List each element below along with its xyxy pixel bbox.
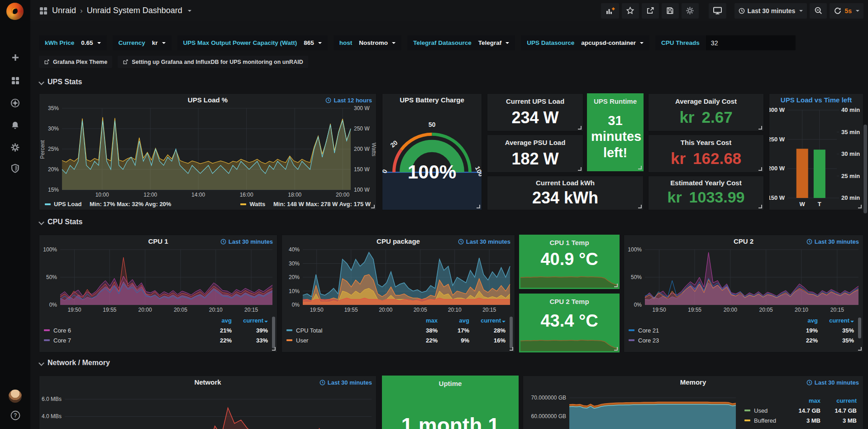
ups-load-graph[interactable]: 10:0012:0014:0016:0018:0020:0035%30%25%2… bbox=[39, 106, 376, 199]
legend-col-current[interactable]: current bbox=[820, 397, 857, 404]
variable-value[interactable]: 0.65 bbox=[81, 39, 93, 46]
legend-col-max[interactable]: max bbox=[789, 397, 820, 404]
cpu2-graph[interactable]: 19:5019:5520:0020:0520:1020:15100%50%0% bbox=[624, 247, 863, 314]
variable-host[interactable]: host Nostromo bbox=[334, 35, 401, 50]
legend-scrollbar[interactable] bbox=[272, 317, 275, 348]
panel-time-range-link[interactable]: Last 12 hours bbox=[325, 97, 372, 104]
legend-series-name[interactable]: Core 6 bbox=[53, 327, 71, 334]
panel-time-range-link[interactable]: Last 30 minutes bbox=[220, 238, 273, 245]
svg-text:150 W: 150 W bbox=[769, 194, 785, 201]
page-scrollbar[interactable] bbox=[863, 125, 867, 213]
section-cpu-stats[interactable]: CPU Stats bbox=[39, 218, 82, 226]
legend-series-name[interactable]: Used bbox=[754, 407, 768, 414]
variable-ups-datasource[interactable]: UPS Datasource apcupsd-container bbox=[521, 35, 649, 50]
legend-col-max[interactable]: max bbox=[406, 317, 438, 324]
zoom-out-time-button[interactable] bbox=[810, 3, 827, 19]
cpu-threads-input[interactable] bbox=[706, 35, 796, 50]
legend-scrollbar[interactable] bbox=[510, 317, 513, 348]
stat-label[interactable]: CPU 1 Temp bbox=[520, 239, 619, 246]
section-network-memory[interactable]: Network / Memory bbox=[39, 359, 110, 367]
refresh-button-group[interactable]: 5s bbox=[830, 3, 863, 19]
add-panel-button[interactable] bbox=[601, 3, 619, 19]
legend-col-current[interactable]: current bbox=[829, 317, 849, 324]
ups-bars-chart[interactable]: 300 W250 W200 W150 W40 min35 min30 min25… bbox=[769, 106, 863, 210]
legend-col-current[interactable]: current bbox=[481, 317, 501, 324]
dashboard-settings-button[interactable] bbox=[682, 3, 699, 19]
panel-title[interactable]: UPS Battery Charge bbox=[382, 96, 482, 104]
legend-col-current[interactable]: current bbox=[243, 317, 263, 324]
dashboard-title[interactable]: Unraid System Dashboard bbox=[87, 6, 182, 15]
legend-series-name[interactable]: UPS Load bbox=[54, 201, 81, 207]
sidebar-help-button[interactable]: ? bbox=[0, 410, 30, 421]
time-range-picker[interactable]: Last 30 minutes bbox=[734, 3, 807, 19]
legend-row[interactable]: Core 621%39% bbox=[44, 325, 268, 335]
sidebar-user-button[interactable] bbox=[0, 390, 30, 403]
variable-value[interactable]: Nostromo bbox=[359, 39, 388, 46]
panel-time-range-link[interactable]: Last 30 minutes bbox=[806, 379, 859, 386]
sidebar-dashboards-button[interactable] bbox=[0, 72, 30, 90]
sidebar-explore-button[interactable] bbox=[0, 94, 30, 112]
save-dashboard-button[interactable] bbox=[662, 3, 679, 19]
breadcrumb-folder[interactable]: Unraid bbox=[52, 6, 76, 15]
variable-value[interactable]: Telegraf bbox=[478, 39, 502, 46]
memory-graph[interactable]: 70.000000 GB60.000000 GB50.000000 GB bbox=[523, 388, 739, 429]
legend-col-avg[interactable]: avg bbox=[786, 317, 818, 324]
refresh-interval-label[interactable]: 5s bbox=[844, 7, 852, 14]
variable-telegraf-datasource[interactable]: Telegraf Datasource Telegraf bbox=[407, 35, 515, 50]
sidebar-create-button[interactable] bbox=[0, 48, 30, 67]
stat-label[interactable]: Average PSU Load bbox=[487, 139, 583, 146]
legend-series-name[interactable]: Core 21 bbox=[638, 327, 659, 334]
panel-time-range-link[interactable]: Last 30 minutes bbox=[806, 238, 859, 245]
variable-currency[interactable]: Currency kr bbox=[113, 35, 172, 50]
stat-label[interactable]: UPS Runtime bbox=[587, 97, 643, 105]
panel-title[interactable]: UPS Load vs Time left bbox=[769, 96, 863, 104]
refresh-interval-caret-icon[interactable] bbox=[856, 10, 859, 12]
variable-kwh-price[interactable]: kWh Price 0.65 bbox=[39, 35, 107, 50]
network-graph[interactable]: 6.0 MBs4.0 MBs2.0 MBs bbox=[39, 388, 376, 429]
legend-row[interactable]: Used14.7 GB14.7 GB bbox=[744, 405, 857, 415]
stat-label[interactable]: Uptime bbox=[382, 380, 518, 387]
stat-label[interactable]: Current UPS Load bbox=[487, 97, 583, 105]
legend-series-name[interactable]: CPU Total bbox=[296, 327, 322, 334]
variable-value[interactable]: apcupsd-container bbox=[581, 39, 636, 46]
legend-col-avg[interactable]: avg bbox=[200, 317, 232, 324]
legend-row[interactable]: Core 722%33% bbox=[44, 335, 268, 345]
variable-value[interactable]: 865 bbox=[304, 39, 314, 46]
sidebar-configuration-button[interactable] bbox=[0, 138, 30, 156]
cycle-view-mode-button[interactable] bbox=[709, 3, 726, 19]
stat-label[interactable]: Current Load kWh bbox=[487, 179, 643, 187]
stat-label[interactable]: This Years Cost bbox=[649, 139, 763, 146]
stat-unit: kr bbox=[679, 108, 694, 126]
legend-scrollbar[interactable] bbox=[858, 318, 861, 338]
legend-series-name[interactable]: User bbox=[296, 337, 308, 344]
legend-row[interactable]: User22%9%16% bbox=[286, 335, 506, 345]
legend-row[interactable]: Buffered3 MB3 MB bbox=[744, 415, 857, 425]
star-dashboard-button[interactable] bbox=[622, 3, 639, 19]
battery-gauge[interactable]: 02050100100% bbox=[382, 106, 482, 210]
panel-time-range-link[interactable]: Last 30 minutes bbox=[458, 238, 510, 245]
cpu1-graph[interactable]: 19:5019:5520:0020:0520:1020:15100%50%0% bbox=[39, 247, 277, 314]
grafana-logo[interactable] bbox=[6, 3, 24, 20]
sidebar-server-admin-button[interactable] bbox=[0, 159, 30, 177]
variable-value[interactable]: kr bbox=[152, 39, 158, 46]
legend-row[interactable]: Core 2322%35% bbox=[629, 335, 854, 345]
panel-time-range-link[interactable]: Last 30 minutes bbox=[320, 379, 372, 386]
legend-series-name[interactable]: Buffered bbox=[754, 417, 776, 424]
stat-label[interactable]: Estimated Yearly Cost bbox=[649, 179, 763, 187]
legend-series-name[interactable]: Watts bbox=[249, 201, 265, 207]
section-ups-stats[interactable]: UPS Stats bbox=[39, 78, 82, 86]
legend-row[interactable]: Core 2119%35% bbox=[629, 325, 854, 335]
title-caret-icon[interactable] bbox=[188, 10, 191, 12]
legend-series-name[interactable]: Core 23 bbox=[638, 337, 659, 344]
legend-row[interactable]: CPU Total38%17%28% bbox=[286, 325, 506, 335]
sidebar-alerting-button[interactable] bbox=[0, 116, 30, 134]
link-ups-monitoring-guide[interactable]: Setting up Grafana and InfluxDB for UPS … bbox=[118, 56, 308, 68]
stat-label[interactable]: CPU 2 Temp bbox=[520, 298, 619, 305]
legend-col-avg[interactable]: avg bbox=[438, 317, 469, 324]
legend-series-name[interactable]: Core 7 bbox=[53, 337, 71, 344]
link-grafana-plex-theme[interactable]: Grafana Plex Theme bbox=[39, 56, 112, 68]
variable-ups-max-output[interactable]: UPS Max Output Power Capacity (Watt) 865 bbox=[177, 35, 328, 50]
cpu-package-graph[interactable]: 19:5019:5520:0020:0520:1020:1540%30%20%1… bbox=[282, 247, 515, 314]
share-dashboard-button[interactable] bbox=[642, 3, 659, 19]
stat-label[interactable]: Average Daily Cost bbox=[649, 97, 763, 105]
